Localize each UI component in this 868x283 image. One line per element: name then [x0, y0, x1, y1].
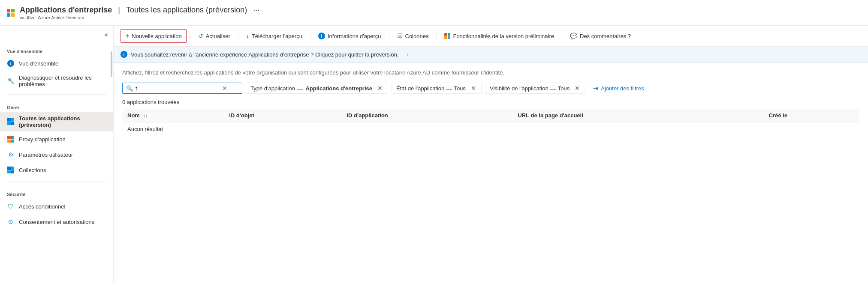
- app-name: Applications d'entreprise: [20, 6, 112, 15]
- applications-table: Nom ↑↓ ID d'objet ID d'application URL d…: [122, 109, 859, 136]
- header-text: Applications d'entreprise | Toutes les a…: [20, 6, 259, 20]
- add-filter-button[interactable]: ⇥ Ajouter des filtres: [589, 83, 648, 93]
- telecharger-button[interactable]: ↓ Télécharger l'aperçu: [242, 30, 307, 42]
- sidebar-section-gerer: Gérer: [0, 98, 113, 112]
- sidebar-collapse-button[interactable]: «: [102, 29, 110, 40]
- banner-arrow: →: [404, 51, 409, 58]
- sidebar-item-toutes-applications[interactable]: Toutes les applications (préversion): [0, 112, 113, 131]
- table-row-no-results: Aucun résultat: [122, 122, 859, 136]
- sidebar-item-vue-ensemble[interactable]: i Vue d'ensemble: [0, 56, 113, 71]
- actualiser-button[interactable]: ↺ Actualiser: [194, 30, 235, 42]
- page-description: Affichez, filtrez et recherchez les appl…: [122, 69, 859, 76]
- informations-button[interactable]: i Informations d'aperçu: [314, 30, 386, 42]
- proxy-icon: [7, 135, 15, 143]
- informations-label: Informations d'aperçu: [328, 33, 381, 39]
- fonctionnalites-button[interactable]: Fonctionnalités de la version préliminai…: [440, 30, 558, 42]
- sidebar-label-diagnostiquer: Diagnostiquer et résoudre les problèmes: [19, 74, 106, 87]
- sidebar-item-acces-conditionnel[interactable]: 🛡 Accès conditionnel: [0, 199, 113, 214]
- actualiser-label: Actualiser: [206, 33, 230, 39]
- download-icon: ↓: [246, 33, 249, 39]
- page-title: Toutes les applications (préversion): [126, 6, 247, 15]
- info-banner: i Vous souhaitez revenir à l'ancienne ex…: [114, 47, 868, 63]
- grid-blue-icon: [7, 118, 15, 125]
- nouvelle-application-button[interactable]: + Nouvelle application: [121, 29, 187, 43]
- gear-icon: ⚙: [7, 151, 15, 158]
- info-icon: i: [7, 60, 15, 67]
- sidebar-label-toutes-applications: Toutes les applications (préversion): [19, 115, 106, 128]
- filter-label-visibilite: Visibilité de l'application == Tous: [490, 85, 570, 92]
- columns-icon: ☰: [397, 33, 403, 39]
- preview-icon: [444, 33, 450, 39]
- add-filter-label: Ajouter des filtres: [601, 85, 644, 92]
- app-header: Applications d'entreprise | Toutes les a…: [0, 0, 868, 26]
- banner-info-icon: i: [121, 51, 127, 58]
- filter-remove-type-button[interactable]: ✕: [377, 85, 383, 92]
- colonnes-label: Colonnes: [405, 33, 429, 39]
- sidebar-label-parametres: Paramètres utilisateur: [19, 152, 73, 158]
- results-count: 0 applications trouvées: [122, 99, 859, 105]
- column-nom[interactable]: Nom ↑↓: [122, 109, 224, 122]
- app-logo: [7, 9, 15, 17]
- filter-bar: 🔍 ✕ Type d'application == Applications d…: [122, 83, 859, 94]
- toolbar: + Nouvelle application ↺ Actualiser ↓ Té…: [114, 26, 868, 47]
- filter-chip-etat-application: État de l'application == Tous ✕: [392, 83, 482, 94]
- sidebar-item-diagnostiquer[interactable]: 🔧 Diagnostiquer et résoudre les problème…: [0, 71, 113, 91]
- sidebar-label-acces-conditionnel: Accès conditionnel: [19, 203, 65, 210]
- sidebar-label-proxy: Proxy d'application: [19, 136, 66, 143]
- header-subtitle: wcd8w · Azure Active Directory: [20, 15, 259, 20]
- fonctionnalites-label: Fonctionnalités de la version préliminai…: [453, 33, 554, 39]
- banner-link[interactable]: →: [404, 51, 409, 58]
- no-results-text: Aucun résultat: [122, 122, 859, 136]
- sidebar-item-parametres[interactable]: ⚙ Paramètres utilisateur: [0, 147, 113, 162]
- sidebar-label-consentement: Consentement et autorisations: [19, 219, 94, 225]
- filter-chip-visibilite-application: Visibilité de l'application == Tous ✕: [485, 83, 585, 94]
- column-url-page-accueil: URL de la page d'accueil: [512, 109, 763, 122]
- sort-icon-nom: ↑↓: [143, 113, 148, 118]
- commentaires-button[interactable]: 💬 Des commentaires ?: [566, 30, 635, 42]
- header-ellipsis[interactable]: ···: [253, 6, 259, 15]
- filter-value-type: Applications d'entreprise: [305, 85, 372, 92]
- microsoft-logo-icon: [7, 9, 15, 17]
- page-content: Affichez, filtrez et recherchez les appl…: [114, 63, 868, 283]
- table-header: Nom ↑↓ ID d'objet ID d'application URL d…: [122, 109, 859, 122]
- wrench-icon: 🔧: [7, 77, 15, 85]
- banner-text: Vous souhaitez revenir à l'ancienne expé…: [131, 51, 398, 58]
- column-id-application: ID d'application: [342, 109, 513, 122]
- search-input[interactable]: [136, 85, 221, 92]
- sidebar-section-securite: Sécurité: [0, 185, 113, 199]
- sidebar-label-vue-ensemble: Vue d'ensemble: [19, 60, 58, 67]
- filter-label-type: Type d'application ==: [250, 85, 303, 92]
- column-cree-le: Créé le: [764, 109, 860, 122]
- nouvelle-application-label: Nouvelle application: [132, 33, 181, 39]
- consent-icon: ⊙: [7, 218, 15, 226]
- header-divider: |: [118, 6, 120, 15]
- commentaires-label: Des commentaires ?: [580, 33, 631, 39]
- add-filter-icon: ⇥: [593, 85, 598, 92]
- sidebar-label-collections: Collections: [19, 167, 46, 173]
- filter-remove-etat-button[interactable]: ✕: [470, 85, 477, 92]
- sidebar-collapse: «: [0, 26, 113, 42]
- column-id-objet: ID d'objet: [224, 109, 341, 122]
- colonnes-button[interactable]: ☰ Colonnes: [393, 30, 433, 42]
- table-body: Aucun résultat: [122, 122, 859, 136]
- search-clear-button[interactable]: ✕: [221, 85, 228, 92]
- info-toolbar-icon: i: [318, 33, 325, 39]
- chevron-left-icon: «: [104, 31, 108, 38]
- comment-icon: 💬: [570, 33, 577, 39]
- sidebar-item-proxy[interactable]: Proxy d'application: [0, 131, 113, 147]
- sidebar-item-collections[interactable]: Collections: [0, 162, 113, 178]
- main-content: + Nouvelle application ↺ Actualiser ↓ Té…: [114, 26, 868, 283]
- filter-label-etat: État de l'application == Tous: [396, 85, 466, 92]
- filter-chip-type-application: Type d'application == Applications d'ent…: [246, 83, 388, 94]
- search-icon: 🔍: [126, 85, 133, 92]
- sidebar-item-consentement[interactable]: ⊙ Consentement et autorisations: [0, 214, 113, 229]
- sidebar: « Vue d'ensemble i Vue d'ensemble 🔧 Diag…: [0, 26, 114, 283]
- filter-remove-visibilite-button[interactable]: ✕: [574, 85, 581, 92]
- telecharger-label: Télécharger l'aperçu: [252, 33, 302, 39]
- shield-icon: 🛡: [7, 203, 15, 210]
- search-box[interactable]: 🔍 ✕: [122, 83, 242, 94]
- refresh-icon: ↺: [198, 33, 203, 39]
- sidebar-section-overview: Vue d'ensemble: [0, 42, 113, 56]
- collections-icon: [7, 166, 15, 174]
- plus-icon: +: [125, 32, 129, 40]
